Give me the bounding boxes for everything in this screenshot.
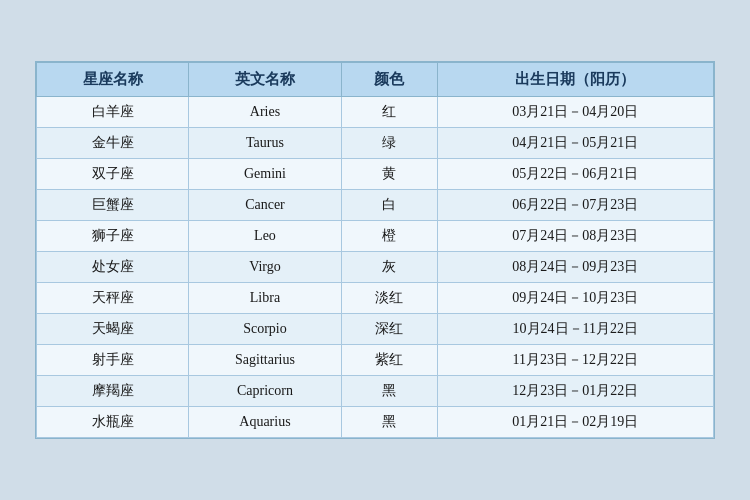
table-cell: 11月23日－12月22日 (437, 345, 713, 376)
table-row: 巨蟹座Cancer白06月22日－07月23日 (37, 190, 714, 221)
table-cell: 处女座 (37, 252, 189, 283)
table-cell: 金牛座 (37, 128, 189, 159)
table-row: 摩羯座Capricorn黑12月23日－01月22日 (37, 376, 714, 407)
table-header-cell: 颜色 (341, 63, 437, 97)
table-cell: 10月24日－11月22日 (437, 314, 713, 345)
table-cell: 天蝎座 (37, 314, 189, 345)
table-cell: Cancer (189, 190, 341, 221)
table-header-cell: 英文名称 (189, 63, 341, 97)
table-cell: 水瓶座 (37, 407, 189, 438)
table-cell: 06月22日－07月23日 (437, 190, 713, 221)
table-row: 天秤座Libra淡红09月24日－10月23日 (37, 283, 714, 314)
table-cell: 08月24日－09月23日 (437, 252, 713, 283)
table-cell: 01月21日－02月19日 (437, 407, 713, 438)
table-cell: Capricorn (189, 376, 341, 407)
table-row: 天蝎座Scorpio深红10月24日－11月22日 (37, 314, 714, 345)
table-cell: 09月24日－10月23日 (437, 283, 713, 314)
table-header-cell: 出生日期（阳历） (437, 63, 713, 97)
table-row: 水瓶座Aquarius黑01月21日－02月19日 (37, 407, 714, 438)
zodiac-table: 星座名称英文名称颜色出生日期（阳历） 白羊座Aries红03月21日－04月20… (36, 62, 714, 438)
table-cell: 03月21日－04月20日 (437, 97, 713, 128)
zodiac-table-container: 星座名称英文名称颜色出生日期（阳历） 白羊座Aries红03月21日－04月20… (35, 61, 715, 439)
table-cell: 04月21日－05月21日 (437, 128, 713, 159)
table-cell: 白 (341, 190, 437, 221)
table-cell: Gemini (189, 159, 341, 190)
table-row: 白羊座Aries红03月21日－04月20日 (37, 97, 714, 128)
table-cell: Virgo (189, 252, 341, 283)
table-cell: Scorpio (189, 314, 341, 345)
table-cell: 狮子座 (37, 221, 189, 252)
table-row: 金牛座Taurus绿04月21日－05月21日 (37, 128, 714, 159)
table-cell: Aquarius (189, 407, 341, 438)
table-row: 双子座Gemini黄05月22日－06月21日 (37, 159, 714, 190)
table-row: 处女座Virgo灰08月24日－09月23日 (37, 252, 714, 283)
table-header-row: 星座名称英文名称颜色出生日期（阳历） (37, 63, 714, 97)
table-cell: 摩羯座 (37, 376, 189, 407)
table-cell: 05月22日－06月21日 (437, 159, 713, 190)
table-cell: 红 (341, 97, 437, 128)
table-cell: Leo (189, 221, 341, 252)
table-cell: 黑 (341, 376, 437, 407)
table-cell: 巨蟹座 (37, 190, 189, 221)
table-header-cell: 星座名称 (37, 63, 189, 97)
table-cell: Taurus (189, 128, 341, 159)
table-cell: Aries (189, 97, 341, 128)
table-cell: 射手座 (37, 345, 189, 376)
table-cell: 绿 (341, 128, 437, 159)
table-cell: 黄 (341, 159, 437, 190)
table-cell: 双子座 (37, 159, 189, 190)
table-cell: 橙 (341, 221, 437, 252)
table-cell: 12月23日－01月22日 (437, 376, 713, 407)
table-row: 狮子座Leo橙07月24日－08月23日 (37, 221, 714, 252)
table-cell: 白羊座 (37, 97, 189, 128)
table-row: 射手座Sagittarius紫红11月23日－12月22日 (37, 345, 714, 376)
table-cell: Libra (189, 283, 341, 314)
table-cell: 灰 (341, 252, 437, 283)
table-cell: 黑 (341, 407, 437, 438)
table-cell: 深红 (341, 314, 437, 345)
table-cell: 07月24日－08月23日 (437, 221, 713, 252)
table-cell: 紫红 (341, 345, 437, 376)
table-cell: Sagittarius (189, 345, 341, 376)
table-cell: 淡红 (341, 283, 437, 314)
table-cell: 天秤座 (37, 283, 189, 314)
